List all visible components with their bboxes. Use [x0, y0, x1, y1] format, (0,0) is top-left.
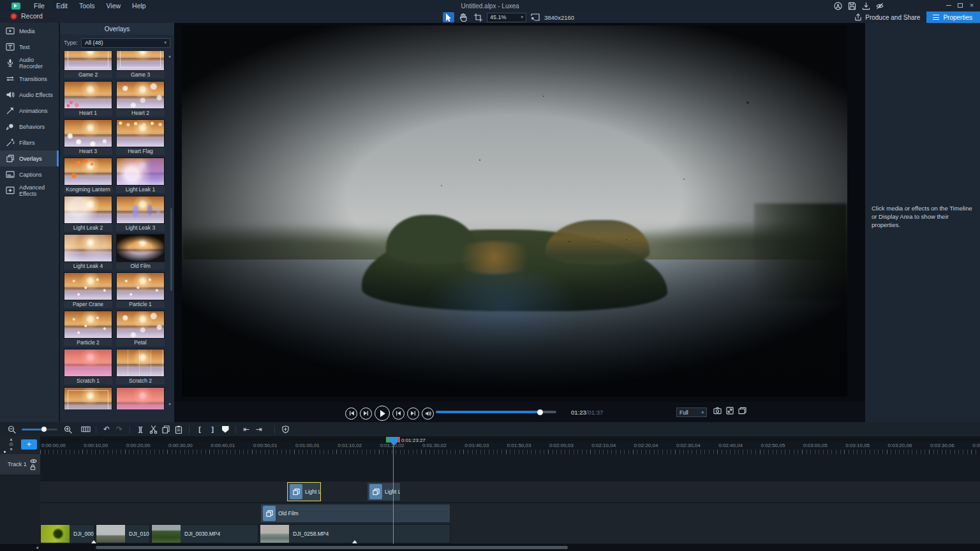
sidebar-item-audio-effects[interactable]: Audio Effects	[0, 87, 59, 103]
account-icon[interactable]	[833, 1, 842, 10]
track-lock-icon[interactable]	[30, 464, 36, 470]
playback-progress-slider[interactable]	[436, 411, 556, 413]
volume-button[interactable]	[422, 408, 434, 420]
redo-button[interactable]: ↷	[113, 423, 126, 436]
download-icon[interactable]	[861, 1, 870, 10]
add-marker-button[interactable]	[219, 423, 232, 436]
sidebar-item-transitions[interactable]: Transitions	[0, 71, 59, 87]
sidebar-item-advanced-effects[interactable]: Advanced Effects	[0, 182, 59, 198]
transition-handle-icon[interactable]	[91, 540, 96, 543]
go-to-end-button[interactable]	[407, 408, 419, 420]
chapter-marker-button[interactable]	[279, 423, 292, 436]
menu-item[interactable]: View	[101, 1, 127, 11]
crop-tool-button[interactable]	[472, 12, 484, 22]
mark-in-button[interactable]: [	[193, 423, 206, 436]
overlay-item[interactable]: Paper Crane	[64, 272, 114, 308]
clip-dji-0030[interactable]: DJI_0030.MP4	[151, 524, 258, 543]
sidebar-item-audio-recorder[interactable]: Audio Recorder	[0, 55, 59, 71]
overlay-item[interactable]: Light Leak 3	[116, 196, 166, 231]
overlays-scrollbar[interactable]	[170, 208, 172, 291]
overlay-thumbnail[interactable]	[116, 158, 165, 186]
rewind-button[interactable]	[345, 408, 357, 420]
overlay-thumbnail[interactable]	[64, 51, 112, 71]
overlay-item[interactable]: Game 3	[116, 51, 166, 78]
overlay-item[interactable]: Light Leak 1	[116, 158, 166, 193]
properties-button[interactable]: Properties	[926, 11, 980, 23]
sidebar-item-media[interactable]: Media	[0, 23, 59, 39]
mark-out-button[interactable]: ]	[206, 423, 219, 436]
previous-edit-button[interactable]: ⇤	[240, 423, 253, 436]
hand-tool-button[interactable]	[457, 12, 469, 22]
track-1-lane[interactable]: DJI_0007. DJI_0106. DJI_0030.MP4 DJI_025…	[40, 524, 980, 543]
overlay-thumbnail[interactable]	[116, 349, 165, 377]
overlay-thumbnail[interactable]	[116, 272, 165, 300]
transition-handle-icon[interactable]	[352, 540, 357, 543]
overlay-item[interactable]: Kongming Lantern	[64, 158, 114, 193]
overlay-thumbnail[interactable]	[116, 51, 165, 71]
hide-interface-icon[interactable]	[875, 1, 884, 10]
menu-item[interactable]: Tools	[73, 1, 101, 11]
overlay-thumbnail[interactable]	[64, 387, 112, 409]
next-edit-button[interactable]: ⇥	[253, 423, 265, 436]
resize-project-icon[interactable]	[530, 12, 541, 22]
playhead-handle[interactable]	[386, 437, 400, 445]
sidebar-item-overlays[interactable]: Overlays	[0, 151, 59, 166]
overlay-item[interactable]: Game 2	[64, 51, 114, 78]
maximize-button[interactable]	[954, 0, 966, 10]
overlay-item[interactable]: Scratch 2	[116, 349, 166, 385]
play-button[interactable]	[375, 406, 390, 421]
playhead-line[interactable]	[393, 443, 394, 544]
overlay-thumbnail[interactable]	[116, 387, 165, 409]
clip-light-leak-2[interactable]: Light Le	[367, 482, 401, 501]
overlay-item[interactable]: Heart 3	[64, 119, 114, 155]
clip-light-leak-1[interactable]: Light Le	[287, 482, 321, 501]
overlay-item[interactable]	[64, 387, 114, 409]
canvas-zoom-select[interactable]: 45.1% ▾	[487, 13, 526, 22]
overlay-item[interactable]	[116, 387, 166, 409]
paste-button[interactable]	[172, 423, 185, 436]
overlay-thumbnail[interactable]	[64, 311, 112, 339]
add-track-button[interactable]: +	[21, 439, 37, 450]
preview-quality-select[interactable]: Full ▾	[676, 408, 707, 417]
overlay-item[interactable]: Heart 2	[116, 81, 166, 117]
fit-timeline-button[interactable]	[79, 423, 92, 436]
track-3-lane[interactable]: Light Le Light Le	[40, 481, 980, 502]
record-button[interactable]: Record	[10, 12, 43, 20]
track-height-zoom-control[interactable]: ▲⊙▼	[9, 437, 13, 452]
overlay-thumbnail[interactable]	[64, 234, 112, 262]
detach-preview-icon[interactable]	[738, 407, 746, 415]
timeline-zoom-handle[interactable]	[41, 427, 47, 432]
save-icon[interactable]	[847, 1, 856, 10]
clip-dji-0007[interactable]: DJI_0007.	[40, 524, 94, 543]
split-clip-button[interactable]: ][	[134, 423, 147, 436]
overlay-thumbnail[interactable]	[64, 349, 112, 377]
sidebar-item-text[interactable]: Text	[0, 39, 59, 55]
overlay-thumbnail[interactable]	[116, 119, 165, 147]
fast-forward-button[interactable]	[360, 408, 372, 420]
sidebar-item-animations[interactable]: Animations	[0, 103, 59, 119]
overlay-item[interactable]: Petal	[116, 311, 166, 346]
timeline-zoom-in-button[interactable]	[61, 423, 74, 436]
overlay-thumbnail[interactable]	[116, 81, 165, 109]
overlay-item[interactable]: Heart 1	[64, 81, 114, 117]
overlay-thumbnail[interactable]	[116, 234, 165, 262]
go-to-start-button[interactable]	[392, 408, 405, 420]
menu-item[interactable]: Edit	[50, 1, 73, 11]
menu-item[interactable]: Help	[126, 1, 152, 11]
overlay-item[interactable]: Particle 1	[116, 272, 166, 308]
video-preview[interactable]	[182, 26, 847, 397]
overlay-item[interactable]: Old Film	[116, 234, 166, 270]
overlay-item[interactable]: Light Leak 2	[64, 196, 114, 231]
sidebar-item-filters[interactable]: Filters	[0, 135, 59, 151]
scroll-left-icon[interactable]: ◂	[36, 545, 38, 550]
scrollbar-thumb[interactable]	[96, 546, 568, 549]
overlay-item[interactable]: Scratch 1	[64, 349, 114, 385]
overlay-thumbnail[interactable]	[64, 119, 112, 147]
progress-handle[interactable]	[537, 409, 543, 415]
overlay-thumbnail[interactable]	[116, 196, 165, 224]
select-tool-button[interactable]	[443, 12, 454, 22]
scroll-down-icon[interactable]: ▾	[167, 402, 173, 407]
overlay-thumbnail[interactable]	[64, 196, 112, 224]
undo-button[interactable]: ↶	[100, 423, 113, 436]
overlay-thumbnail[interactable]	[64, 81, 112, 109]
